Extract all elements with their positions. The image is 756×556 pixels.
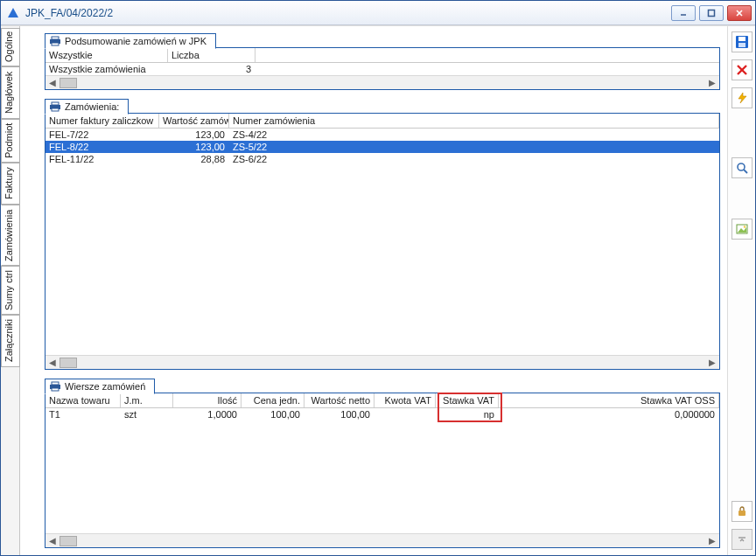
svg-rect-6: [52, 37, 59, 39]
image-icon: [736, 223, 748, 235]
svg-rect-10: [52, 108, 59, 111]
delete-button[interactable]: [732, 59, 752, 80]
summary-col-liczba[interactable]: Liczba: [168, 48, 256, 62]
orders-col-wz[interactable]: Wartość zamów: [159, 114, 229, 128]
summary-row-count: 3: [168, 63, 256, 75]
orders-panel: Zamówienia: Numer faktury zaliczkow Wart…: [45, 113, 720, 370]
orders-hscroll[interactable]: ◀ ▶: [46, 355, 719, 369]
vtab-ogolne[interactable]: Ogólne: [1, 28, 20, 66]
cell-nfz: FEL-11/22: [46, 153, 159, 165]
vtab-zamowienia[interactable]: Zamówienia: [1, 205, 20, 266]
cell-oss: 0,000000: [499, 408, 719, 420]
lines-col-jm[interactable]: J.m.: [121, 393, 173, 407]
summary-row-label: Wszystkie zamówienia: [46, 63, 168, 75]
svg-marker-0: [8, 8, 18, 17]
collapse-icon: [737, 534, 747, 545]
lines-col-kwota[interactable]: Kwota VAT: [374, 393, 436, 407]
orders-col-nfz[interactable]: Numer faktury zaliczkow: [46, 114, 159, 128]
print-icon: [49, 101, 61, 112]
lines-grid: Nazwa towaru J.m. Ilość Cena jedn. Warto…: [46, 393, 719, 420]
lines-col-netto[interactable]: Wartość netto: [304, 393, 374, 407]
summary-panel-tab[interactable]: Podsumowanie zamówień w JPK: [45, 33, 216, 49]
lines-col-nazwa[interactable]: Nazwa towaru: [46, 393, 121, 407]
cell-cena: 100,00: [242, 408, 304, 420]
orders-col-nz[interactable]: Numer zamówienia: [229, 114, 719, 128]
vertical-tabs: Ogólne Nagłówek Podmiot Faktury Zamówien…: [1, 26, 20, 555]
scroll-left-icon[interactable]: ◀: [46, 534, 60, 548]
svg-point-20: [738, 163, 745, 170]
table-row[interactable]: FEL-11/22 28,88 ZS-6/22: [46, 153, 719, 165]
table-row[interactable]: T1 szt 1,0000 100,00 100,00 np 0,000000: [46, 408, 719, 420]
orders-grid: Numer faktury zaliczkow Wartość zamów Nu…: [46, 114, 719, 165]
summary-tab-label: Podsumowanie zamówień w JPK: [65, 36, 206, 46]
window: JPK_FA/04/2022/2 Ogólne Nagłówek Podmiot…: [0, 0, 756, 556]
table-row[interactable]: FEL-8/22 123,00 ZS-5/22: [46, 141, 719, 153]
cell-netto: 100,00: [304, 408, 374, 420]
print-icon: [49, 381, 61, 392]
cell-wz: 123,00: [159, 141, 229, 153]
lines-hscroll[interactable]: ◀ ▶: [46, 533, 719, 547]
svg-rect-13: [52, 388, 59, 391]
app-icon: [6, 6, 20, 20]
svg-point-24: [743, 226, 745, 227]
vtab-sumy-ctrl[interactable]: Sumy ctrl: [1, 266, 20, 315]
summary-col-wszystkie[interactable]: Wszystkie: [46, 48, 168, 62]
window-title: JPK_FA/04/2022/2: [25, 7, 671, 19]
cell-nfz: FEL-7/22: [46, 129, 159, 141]
lines-col-oss[interactable]: Stawka VAT OSS: [499, 393, 719, 407]
content-area: Podsumowanie zamówień w JPK Wszystkie Li…: [20, 26, 727, 555]
summary-grid: Wszystkie Liczba Wszystkie zamówienia 3: [46, 48, 719, 75]
scroll-left-icon[interactable]: ◀: [46, 76, 60, 90]
action-button[interactable]: [732, 87, 752, 108]
table-row[interactable]: FEL-7/22 123,00 ZS-4/22: [46, 129, 719, 141]
x-icon: [736, 64, 748, 76]
vtab-podmiot[interactable]: Podmiot: [1, 119, 20, 163]
cell-nfz: FEL-8/22: [46, 141, 159, 153]
close-button[interactable]: [727, 5, 752, 21]
cell-wz: 123,00: [159, 129, 229, 141]
lines-panel: Wiersze zamówień Nazwa towaru J.m. Ilość…: [45, 393, 720, 548]
search-button[interactable]: [732, 157, 752, 178]
scroll-left-icon[interactable]: ◀: [46, 356, 60, 370]
summary-hscroll[interactable]: ◀ ▶: [46, 75, 719, 89]
summary-row[interactable]: Wszystkie zamówienia 3: [46, 63, 719, 75]
body-area: Ogólne Nagłówek Podmiot Faktury Zamówien…: [1, 25, 755, 555]
lines-col-cena[interactable]: Cena jedn.: [242, 393, 304, 407]
lines-col-stawka[interactable]: Stawka VAT: [436, 393, 499, 407]
vtab-faktury[interactable]: Faktury: [1, 163, 20, 205]
svg-rect-12: [52, 382, 59, 385]
cell-jm: szt: [121, 408, 173, 420]
save-icon: [735, 35, 749, 49]
svg-line-21: [744, 170, 747, 173]
cell-nz: ZS-4/22: [229, 129, 719, 141]
orders-panel-tab[interactable]: Zamówienia:: [45, 99, 129, 115]
svg-rect-9: [52, 102, 59, 105]
vtab-zalaczniki[interactable]: Załączniki: [1, 315, 20, 367]
minimize-button[interactable]: [671, 5, 696, 21]
lines-panel-tab[interactable]: Wiersze zamówień: [45, 379, 155, 394]
lines-col-ilosc[interactable]: Ilość: [173, 393, 242, 407]
image-button[interactable]: [732, 219, 752, 240]
scroll-right-icon[interactable]: ▶: [705, 534, 719, 548]
lock-button[interactable]: [732, 501, 752, 522]
cell-nazwa: T1: [46, 408, 121, 420]
orders-tab-label: Zamówienia:: [65, 101, 119, 112]
scroll-right-icon[interactable]: ▶: [705, 356, 719, 370]
scroll-right-icon[interactable]: ▶: [705, 76, 719, 90]
summary-panel: Podsumowanie zamówień w JPK Wszystkie Li…: [45, 47, 720, 90]
svg-rect-25: [738, 511, 746, 516]
vtab-naglowek[interactable]: Nagłówek: [1, 66, 20, 119]
print-icon: [49, 36, 61, 46]
svg-marker-19: [738, 93, 746, 103]
cell-kwota: [374, 408, 436, 420]
svg-rect-15: [738, 37, 746, 41]
cell-stawka: np: [436, 408, 499, 420]
svg-rect-16: [738, 43, 746, 47]
right-toolbar: [727, 26, 755, 555]
maximize-button[interactable]: [699, 5, 724, 21]
titlebar: JPK_FA/04/2022/2: [1, 1, 755, 25]
cell-wz: 28,88: [159, 153, 229, 165]
save-button[interactable]: [732, 31, 752, 52]
magnifier-icon: [736, 162, 748, 174]
lock-icon: [736, 505, 748, 518]
